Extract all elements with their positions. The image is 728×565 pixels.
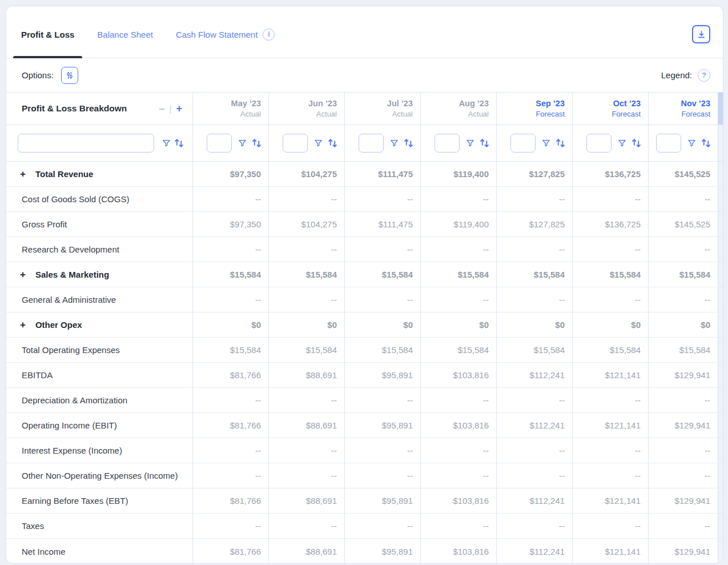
- month-column-header[interactable]: Aug ’23Actual: [420, 93, 496, 125]
- download-icon: [697, 30, 706, 39]
- cell-value: $88,691: [268, 413, 344, 438]
- cell-value: --: [420, 438, 496, 463]
- cell-value: $81,766: [192, 539, 268, 564]
- month-type-label: Forecast: [612, 110, 641, 118]
- month-column-header[interactable]: May ’23Actual: [192, 93, 268, 125]
- cell-value: $81,766: [192, 413, 268, 438]
- month-filter-input[interactable]: [283, 134, 308, 153]
- cell-value: $95,891: [344, 413, 420, 438]
- cell-value: $127,825: [496, 212, 572, 237]
- cell-value: $129,941: [648, 488, 718, 513]
- month-filter-input[interactable]: [656, 134, 681, 153]
- tab-profit-and-loss[interactable]: Profit & Loss: [18, 11, 78, 58]
- table-header-row: Profit & Loss Breakdown – | + May ’23Act…: [6, 93, 723, 125]
- expand-row-button[interactable]: +: [20, 320, 26, 330]
- month-filter-input[interactable]: [435, 134, 460, 153]
- cell-value: $97,350: [192, 162, 268, 186]
- page: Profit & Loss Balance Sheet Cash Flow St…: [0, 0, 728, 565]
- collapse-all-button[interactable]: –: [158, 103, 166, 114]
- cell-value: $97,350: [192, 212, 268, 237]
- tab-balance-sheet[interactable]: Balance Sheet: [94, 11, 156, 58]
- row-label-cell: Operating Income (EBIT): [6, 413, 192, 438]
- cell-value: $104,275: [268, 162, 344, 186]
- expand-row-button[interactable]: +: [20, 270, 26, 279]
- row-label: Research & Development: [22, 245, 119, 254]
- table-row: +Total Revenue$97,350$104,275$111,475$11…: [6, 162, 723, 187]
- month-filter-input[interactable]: [586, 134, 612, 153]
- sort-icon[interactable]: [250, 137, 263, 149]
- next-column-strip: [718, 212, 723, 237]
- help-icon[interactable]: ?: [698, 69, 710, 82]
- cell-value: --: [572, 514, 648, 538]
- month-filter-input[interactable]: [510, 134, 536, 153]
- expand-row-button[interactable]: +: [20, 169, 26, 179]
- sort-icon[interactable]: [402, 137, 415, 149]
- month-filter-input[interactable]: [359, 134, 384, 153]
- table-row: Interest Expense (Income)--------------: [6, 438, 723, 463]
- cell-value: --: [268, 187, 344, 211]
- cell-value: $119,400: [420, 212, 496, 237]
- tab-label: Cash Flow Statement: [176, 30, 258, 39]
- next-column-strip: [718, 363, 723, 387]
- sort-icon[interactable]: [699, 137, 713, 149]
- filter-icon[interactable]: [388, 137, 400, 149]
- cell-value: --: [268, 237, 344, 262]
- month-filter-input[interactable]: [207, 134, 232, 153]
- filter-icon[interactable]: [464, 137, 476, 149]
- filter-icon[interactable]: [540, 137, 552, 149]
- month-column-header[interactable]: Jul ’23Actual: [344, 93, 420, 125]
- cell-value: $0: [648, 312, 718, 337]
- month-column-header[interactable]: Jun ’23Actual: [268, 93, 344, 125]
- month-type-label: Actual: [468, 110, 489, 118]
- expand-all-button[interactable]: +: [175, 103, 183, 114]
- cell-value: --: [192, 514, 268, 538]
- row-label: Other Non-Operating Expenses (Income): [22, 471, 178, 480]
- month-column-header[interactable]: Nov ’23Forecast: [648, 93, 718, 125]
- month-column-header[interactable]: Oct ’23Forecast: [572, 93, 648, 125]
- cell-value: $0: [344, 312, 420, 337]
- row-label: Operating Income (EBIT): [22, 420, 117, 430]
- month-column-header[interactable]: Sep ’23Forecast: [496, 93, 572, 125]
- cell-value: --: [648, 388, 718, 412]
- filter-icon[interactable]: [160, 137, 172, 149]
- cell-value: --: [496, 463, 572, 488]
- tab-cash-flow-statement[interactable]: Cash Flow Statement i: [172, 11, 278, 58]
- cell-value: --: [572, 287, 648, 312]
- filter-icon[interactable]: [616, 137, 628, 149]
- filter-icon[interactable]: [312, 137, 324, 149]
- cell-value: --: [344, 463, 420, 488]
- sort-icon[interactable]: [478, 137, 491, 149]
- next-column-strip: [718, 338, 723, 362]
- table-row: Operating Income (EBIT)$81,766$88,691$95…: [6, 413, 723, 438]
- options-sliders-button[interactable]: [61, 67, 78, 84]
- cell-value: --: [572, 237, 648, 262]
- sliders-icon: [65, 71, 74, 80]
- sort-icon[interactable]: [172, 137, 186, 149]
- sort-icon[interactable]: [630, 137, 643, 149]
- cell-value: --: [420, 388, 496, 412]
- cell-value: $112,241: [496, 539, 572, 564]
- month-label: May ’23: [231, 99, 261, 108]
- row-label: Taxes: [22, 521, 44, 531]
- cell-value: $15,584: [572, 338, 648, 362]
- cell-value: --: [268, 438, 344, 463]
- sort-icon[interactable]: [326, 137, 339, 149]
- cell-value: $121,141: [572, 539, 648, 564]
- cell-value: --: [572, 388, 648, 412]
- next-column-strip: [718, 488, 723, 513]
- month-type-label: Actual: [316, 110, 337, 118]
- cell-value: --: [192, 438, 268, 463]
- table-row: +Sales & Marketing$15,584$15,584$15,584$…: [6, 262, 723, 287]
- cell-value: --: [344, 237, 420, 262]
- cell-value: $15,584: [192, 262, 268, 287]
- cell-value: --: [648, 438, 718, 463]
- name-filter-input[interactable]: [18, 134, 154, 153]
- filter-icon[interactable]: [236, 137, 248, 149]
- info-icon[interactable]: i: [263, 29, 275, 41]
- sort-icon[interactable]: [554, 137, 567, 149]
- download-button[interactable]: [692, 25, 710, 43]
- filter-icon[interactable]: [686, 137, 698, 149]
- cell-value: $129,941: [648, 413, 718, 438]
- cell-value: $0: [420, 312, 496, 337]
- cell-value: $112,241: [496, 363, 572, 387]
